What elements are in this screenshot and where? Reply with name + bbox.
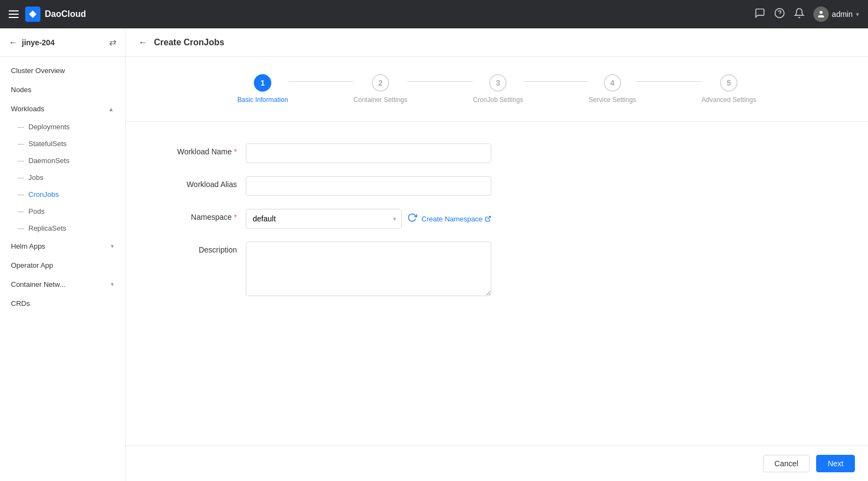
sidebar-item-label: CRDs bbox=[11, 299, 30, 308]
dash-icon: — bbox=[17, 123, 24, 131]
navbar: DaoCloud admin ▾ bbox=[0, 0, 868, 28]
helm-apps-chevron-icon: ▾ bbox=[111, 243, 114, 250]
back-button[interactable]: ← bbox=[139, 38, 147, 47]
avatar bbox=[813, 7, 829, 22]
logo-text: DaoCloud bbox=[45, 9, 86, 19]
required-marker: * bbox=[234, 147, 237, 156]
user-menu[interactable]: admin ▾ bbox=[813, 7, 859, 22]
sidebar-item-label: Workloads bbox=[11, 105, 44, 113]
sidebar-item-cluster-overview[interactable]: Cluster Overview bbox=[0, 61, 125, 80]
sidebar-workspace: jinye-204 bbox=[22, 38, 105, 47]
step-3: 3 CronJob Settings bbox=[473, 74, 523, 104]
form-container: Workload Name* Workload Alias bbox=[126, 122, 868, 446]
step-5-circle: 5 bbox=[720, 74, 738, 92]
step-2-label: Container Settings bbox=[354, 96, 408, 104]
description-label: Description bbox=[158, 242, 246, 254]
namespace-select[interactable]: default bbox=[246, 209, 402, 229]
create-namespace-link[interactable]: Create Namespace bbox=[421, 215, 491, 223]
sidebar: ← jinye-204 ⇄ Cluster Overview Nodes Wor… bbox=[0, 28, 126, 481]
menu-icon[interactable] bbox=[9, 10, 19, 18]
dash-icon: — bbox=[17, 225, 24, 232]
sidebar-item-label: Pods bbox=[28, 207, 45, 215]
workload-name-control bbox=[246, 143, 491, 163]
dash-icon: — bbox=[17, 191, 24, 199]
sidebar-item-label: Nodes bbox=[11, 86, 32, 94]
content-body: 1 Basic Information 2 Container Settings… bbox=[126, 57, 868, 446]
namespace-control: default ▾ bbox=[246, 209, 491, 229]
svg-point-4 bbox=[819, 11, 822, 14]
sidebar-item-label: ReplicaSets bbox=[28, 224, 66, 232]
workload-alias-input[interactable] bbox=[246, 176, 491, 196]
user-name: admin bbox=[832, 10, 853, 19]
sidebar-item-workloads[interactable]: Workloads ▲ bbox=[0, 99, 125, 118]
sidebar-item-daemonsets[interactable]: — DaemonSets bbox=[0, 152, 125, 169]
namespace-label: Namespace* bbox=[158, 209, 246, 221]
sidebar-item-nodes[interactable]: Nodes bbox=[0, 80, 125, 99]
next-button[interactable]: Next bbox=[816, 455, 855, 472]
svg-line-5 bbox=[487, 217, 491, 220]
sidebar-refresh-icon[interactable]: ⇄ bbox=[109, 37, 116, 47]
page-title: Create CronJobs bbox=[154, 38, 224, 47]
description-control bbox=[246, 242, 491, 298]
user-chevron-icon: ▾ bbox=[856, 11, 859, 18]
workload-name-label: Workload Name* bbox=[158, 143, 246, 156]
sidebar-item-label: Jobs bbox=[28, 173, 43, 182]
chat-icon[interactable] bbox=[754, 8, 765, 21]
workload-name-input[interactable] bbox=[246, 143, 491, 163]
cancel-button[interactable]: Cancel bbox=[763, 455, 810, 472]
step-1-label: Basic Information bbox=[237, 96, 288, 104]
sidebar-item-label: Cluster Overview bbox=[11, 67, 65, 75]
step-line-3 bbox=[523, 81, 588, 82]
description-group: Description bbox=[158, 242, 835, 298]
help-icon[interactable] bbox=[774, 8, 785, 21]
sidebar-item-label: Deployments bbox=[28, 123, 70, 131]
namespace-group: Namespace* default ▾ bbox=[158, 209, 835, 229]
bell-icon[interactable] bbox=[794, 8, 805, 21]
required-marker: * bbox=[234, 213, 237, 221]
step-5: 5 Advanced Settings bbox=[701, 74, 756, 104]
sidebar-item-label: Operator App bbox=[11, 261, 53, 269]
navbar-logo: DaoCloud bbox=[25, 7, 86, 22]
step-line-4 bbox=[636, 81, 701, 82]
sidebar-item-helm-apps[interactable]: Helm Apps ▾ bbox=[0, 237, 125, 256]
sidebar-item-deployments[interactable]: — Deployments bbox=[0, 118, 125, 135]
sidebar-item-jobs[interactable]: — Jobs bbox=[0, 169, 125, 186]
sidebar-item-operator-app[interactable]: Operator App bbox=[0, 256, 125, 275]
step-line-1 bbox=[288, 81, 354, 82]
workload-alias-control bbox=[246, 176, 491, 196]
sidebar-item-pods[interactable]: — Pods bbox=[0, 203, 125, 220]
step-4-label: Service Settings bbox=[588, 96, 636, 104]
sidebar-item-label: CronJobs bbox=[28, 190, 59, 199]
workload-alias-group: Workload Alias bbox=[158, 176, 835, 196]
page-footer: Cancel Next bbox=[126, 446, 868, 481]
sidebar-item-replicasets[interactable]: — ReplicaSets bbox=[0, 220, 125, 237]
step-5-label: Advanced Settings bbox=[701, 96, 756, 104]
svg-point-1 bbox=[31, 12, 35, 16]
sidebar-back-icon[interactable]: ← bbox=[9, 38, 17, 47]
step-2-circle: 2 bbox=[372, 74, 389, 92]
content-area: ← Create CronJobs 1 Basic Information 2 bbox=[126, 28, 868, 481]
workload-alias-label: Workload Alias bbox=[158, 176, 246, 189]
page-header: ← Create CronJobs bbox=[126, 28, 868, 57]
namespace-refresh-icon[interactable] bbox=[407, 213, 417, 225]
step-3-label: CronJob Settings bbox=[473, 96, 523, 104]
container-netw-chevron-icon: ▾ bbox=[111, 281, 114, 288]
step-line-2 bbox=[407, 81, 473, 82]
sidebar-item-statefulsets[interactable]: — StatefulSets bbox=[0, 135, 125, 152]
namespace-actions: Create Namespace bbox=[407, 213, 491, 225]
workloads-chevron-icon: ▲ bbox=[108, 106, 114, 112]
sidebar-item-cronjobs[interactable]: — CronJobs bbox=[0, 186, 125, 203]
dash-icon: — bbox=[17, 140, 24, 148]
dash-icon: — bbox=[17, 157, 24, 165]
navbar-actions: admin ▾ bbox=[754, 7, 859, 22]
logo-icon bbox=[25, 7, 40, 22]
description-textarea[interactable] bbox=[246, 242, 491, 296]
sidebar-item-container-netw[interactable]: Container Netw... ▾ bbox=[0, 275, 125, 294]
dash-icon: — bbox=[17, 208, 24, 215]
stepper: 1 Basic Information 2 Container Settings… bbox=[126, 57, 868, 122]
sidebar-item-label: Helm Apps bbox=[11, 242, 45, 250]
namespace-select-wrapper: default ▾ bbox=[246, 209, 402, 229]
sidebar-item-crds[interactable]: CRDs bbox=[0, 294, 125, 313]
step-3-circle: 3 bbox=[489, 74, 507, 92]
step-4: 4 Service Settings bbox=[588, 74, 636, 104]
